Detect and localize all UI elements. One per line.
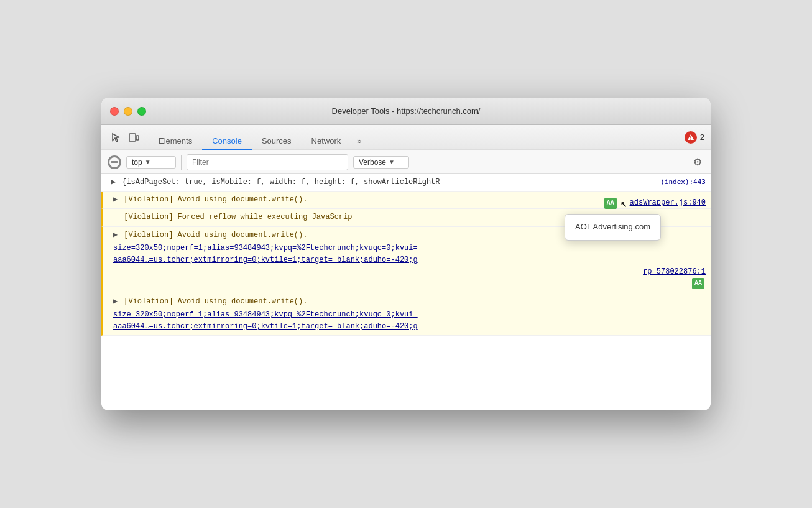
- tab-console[interactable]: Console: [202, 132, 252, 150]
- source-link[interactable]: adsWrapper.js:940: [630, 197, 706, 209]
- window-title: Developer Tools - https://techcrunch.com…: [332, 106, 481, 116]
- context-value: top: [132, 158, 142, 167]
- reflow-text: [Violation] Forced reflow while executin…: [124, 213, 352, 221]
- aa-badge: AA: [604, 198, 617, 209]
- expand-triangle[interactable]: ▶: [113, 194, 119, 206]
- svg-rect-3: [690, 139, 691, 139]
- maximize-button[interactable]: [137, 107, 146, 116]
- sub-link-1[interactable]: size=320x50;noperf=1;alias=93484943;kvpq…: [113, 242, 706, 254]
- device-icon[interactable]: [125, 129, 142, 146]
- row-content: {isAdPageSet: true, isMobile: f, width: …: [122, 178, 440, 187]
- violation-text-2: [Violation] Avoid using document.write()…: [124, 231, 307, 239]
- sub-link-5[interactable]: aaa6044…=us.tchcr;extmirroring=0;kvtile=…: [113, 321, 706, 333]
- tab-sources[interactable]: Sources: [252, 132, 302, 150]
- tab-elements[interactable]: Elements: [149, 132, 202, 150]
- devtools-window: Developer Tools - https://techcrunch.com…: [101, 98, 711, 410]
- svg-rect-0: [129, 134, 136, 141]
- inspect-icon[interactable]: [108, 129, 125, 146]
- console-content: (index):443 ▶ {isAdPageSet: true, isMobi…: [101, 174, 711, 410]
- svg-rect-1: [136, 136, 139, 140]
- error-count-area: 2: [685, 131, 704, 144]
- sub-link-2[interactable]: aaa6044…=us.tchcr;extmirroring=0;kvtile=…: [113, 254, 706, 266]
- console-row-violation-1: ▶ [Violation] Avoid using document.write…: [101, 192, 711, 209]
- svg-rect-2: [690, 136, 691, 139]
- expand-triangle[interactable]: ▶: [113, 296, 119, 308]
- title-bar: Developer Tools - https://techcrunch.com…: [101, 98, 711, 125]
- console-toolbar: top ▼ Verbose ▼ ⚙: [101, 150, 711, 174]
- clear-console-button[interactable]: [108, 155, 121, 169]
- tab-more[interactable]: »: [351, 132, 367, 149]
- error-count: 2: [700, 132, 704, 142]
- violation-text: [Violation] Avoid using document.write()…: [124, 195, 307, 204]
- sub-link-4[interactable]: size=320x50;noperf=1;alias=93484943;kvpq…: [113, 309, 706, 321]
- verbose-arrow: ▼: [389, 159, 395, 165]
- context-select[interactable]: top ▼: [126, 156, 176, 169]
- aa-tooltip: AOL Advertising.com: [565, 214, 661, 241]
- minimize-button[interactable]: [124, 107, 132, 116]
- traffic-lights: [110, 107, 146, 116]
- console-row-violation-3: ▶ [Violation] Avoid using document.write…: [101, 293, 711, 336]
- toolbar-divider: [181, 155, 182, 170]
- tab-network[interactable]: Network: [302, 132, 351, 150]
- expand-triangle[interactable]: ▶: [113, 229, 119, 241]
- error-icon: [685, 131, 697, 144]
- aa-badge-bottom: AA: [692, 278, 704, 289]
- verbose-value: Verbose: [359, 158, 386, 167]
- verbose-select[interactable]: Verbose ▼: [353, 156, 409, 169]
- close-button[interactable]: [110, 107, 119, 116]
- console-row: (index):443 ▶ {isAdPageSet: true, isMobi…: [101, 174, 711, 192]
- tooltip-text: AOL Advertising.com: [575, 222, 650, 231]
- context-arrow: ▼: [145, 159, 151, 165]
- source-link[interactable]: (index):443: [660, 177, 706, 188]
- violation-text-3: [Violation] Avoid using document.write()…: [124, 297, 307, 306]
- settings-icon[interactable]: ⚙: [691, 155, 704, 169]
- expand-triangle[interactable]: ▶: [111, 177, 118, 188]
- filter-input[interactable]: [187, 154, 348, 170]
- sub-link-3[interactable]: rp=578022876:1: [643, 266, 706, 278]
